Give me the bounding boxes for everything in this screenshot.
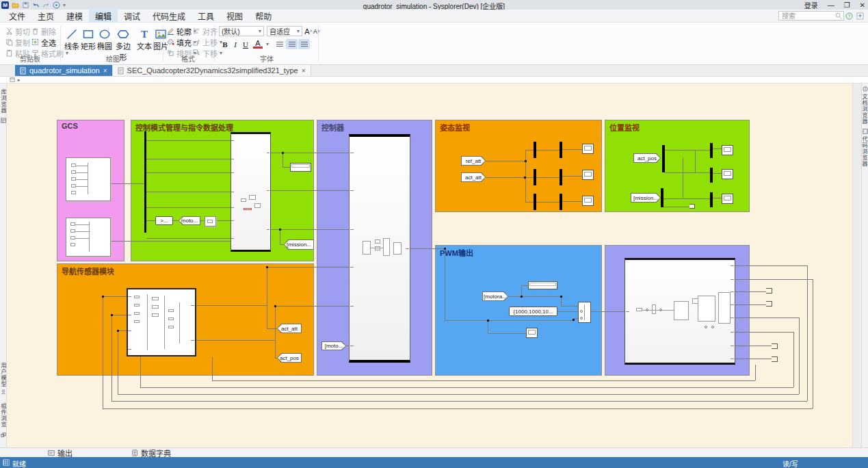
font-size-select[interactable]: 自适应▾ xyxy=(267,26,302,36)
sidebar-tab-document-browser[interactable]: 文档浏览器 xyxy=(861,93,868,125)
tab-data-dictionary[interactable]: 数据字典 xyxy=(131,448,171,458)
from-tag-act-pos[interactable]: act_pos xyxy=(633,153,661,163)
goto-tag-moto[interactable]: moto... xyxy=(179,216,200,225)
move-up-button[interactable]: 上移▾ xyxy=(193,38,222,47)
from-tag-moto[interactable]: [moto... xyxy=(321,341,346,350)
draw-rect-button[interactable]: 矩形 xyxy=(79,28,97,51)
from-tag-mission[interactable]: [mission... xyxy=(631,193,661,203)
help-icon[interactable]: ? xyxy=(845,12,853,20)
draw-ellipse-button[interactable]: 椭圆 xyxy=(96,28,114,51)
port-mark xyxy=(350,190,354,191)
minimize-button[interactable]: — xyxy=(828,1,834,9)
left-panel-strip: 库浏览器 用户模型 组件浏览器 xyxy=(0,83,7,447)
draw-line-button[interactable]: 线条 xyxy=(63,28,81,51)
menu-debug[interactable]: 调试 xyxy=(118,9,146,23)
sketch-mark xyxy=(254,203,261,208)
sketch-mark xyxy=(698,296,715,322)
sidebar-tab-component-browser[interactable]: 组件浏览器 xyxy=(0,400,7,430)
wire xyxy=(735,279,813,280)
scope-block[interactable] xyxy=(582,196,594,206)
sketch-mark xyxy=(375,239,380,244)
close-button[interactable]: ✕ xyxy=(860,1,865,9)
font-family-select[interactable]: (默认)▾ xyxy=(219,26,264,36)
scope-block[interactable] xyxy=(582,170,594,180)
menu-help[interactable]: 帮助 xyxy=(249,9,278,23)
italic-button[interactable]: I xyxy=(231,39,240,49)
search-input[interactable] xyxy=(778,11,844,21)
model-root-icon[interactable] xyxy=(10,77,15,82)
tab-close-icon[interactable]: × xyxy=(103,67,107,75)
scope-block[interactable] xyxy=(722,145,733,155)
align-button[interactable]: 对齐▾ xyxy=(193,27,222,36)
fill-button[interactable]: 填充▾ xyxy=(167,38,196,47)
scope-block[interactable] xyxy=(526,328,538,338)
sidebar-tab-library-browser[interactable]: 库浏览器 xyxy=(0,88,7,115)
tab-quadrotor-simulation[interactable]: quadrotor_simulation× xyxy=(15,65,113,76)
layout-grid-icon[interactable] xyxy=(3,459,10,466)
diagram-canvas[interactable]: 库浏览器 用户模型 组件浏览器 文档浏览器 代码浏览器 GCS 控制模式管理与指… xyxy=(0,83,868,447)
component-browser-icon[interactable] xyxy=(1,432,6,438)
ribbon-collapse-icon[interactable] xyxy=(856,12,864,20)
from-tag-ref-att[interactable]: ref_att xyxy=(461,156,486,166)
from-tag-act-att[interactable]: act_att xyxy=(461,172,486,182)
status-readwrite: 读/写 xyxy=(782,458,798,468)
code-browser-icon[interactable] xyxy=(863,129,868,134)
cut-button[interactable]: 剪切 xyxy=(5,27,30,36)
outline-button[interactable]: 轮廓▾ xyxy=(167,27,196,36)
sketch-mark xyxy=(71,170,76,174)
from-tag-motora[interactable]: [motora... xyxy=(482,291,508,301)
goto-tag-act-pos[interactable]: act_pos xyxy=(277,353,302,363)
region-attitude-monitor[interactable]: 姿态监视 xyxy=(435,120,602,212)
goto-tag-act-att[interactable]: act_att xyxy=(277,324,302,333)
login-button[interactable]: 登录 xyxy=(804,0,818,10)
display-block[interactable] xyxy=(528,281,557,289)
scope-block[interactable] xyxy=(582,144,594,154)
scope-block[interactable] xyxy=(722,194,733,204)
user-models-icon[interactable] xyxy=(1,389,6,395)
align-left-button[interactable] xyxy=(274,39,285,49)
relational-block[interactable]: >... xyxy=(155,216,173,225)
underline-button[interactable]: U xyxy=(241,39,250,49)
align-center-button[interactable] xyxy=(286,39,298,49)
wire xyxy=(212,357,213,380)
region-label: 控制器 xyxy=(321,122,344,133)
delete-button[interactable]: 删除 xyxy=(31,27,56,36)
menu-home[interactable]: 主页 xyxy=(31,9,60,23)
menu-tools[interactable]: 工具 xyxy=(192,9,220,23)
menu-file[interactable]: 文件 xyxy=(3,9,31,23)
select-all-button[interactable]: 全选 xyxy=(31,38,56,47)
port-mark xyxy=(231,220,234,221)
display-block[interactable] xyxy=(290,163,311,172)
goto-tag-mission[interactable]: [mission... xyxy=(284,239,314,250)
constant-block[interactable]: {1000,1000,10... xyxy=(509,307,557,316)
tab-output[interactable]: 输出 xyxy=(48,448,73,458)
font-color-button[interactable]: A xyxy=(253,39,263,49)
mode-manager-block[interactable] xyxy=(231,132,271,252)
menu-view[interactable]: 视图 xyxy=(220,9,249,23)
ribbon: 剪切 删除 复制 全选 粘贴 格式刷▾ 剪贴板 线条 矩形 椭圆 多边形 T文本… xyxy=(0,23,868,65)
terminator-block[interactable] xyxy=(772,356,778,362)
scope-block[interactable] xyxy=(722,169,733,179)
menu-modeling[interactable]: 建模 xyxy=(60,9,89,23)
tab-sec-quadcopter-type[interactable]: SEC_Quadcopter32Dynamics32simplified321_… xyxy=(113,65,311,76)
font-shrink-button[interactable]: A˅ xyxy=(312,26,321,36)
terminator-block[interactable] xyxy=(766,301,772,307)
sidebar-tab-code-browser[interactable]: 代码浏览器 xyxy=(861,135,868,167)
draw-text-button[interactable]: T文本 xyxy=(135,28,153,51)
terminator-block[interactable] xyxy=(766,288,772,294)
library-browser-icon[interactable] xyxy=(1,118,6,123)
sidebar-tab-user-models[interactable]: 用户模型 xyxy=(0,363,7,387)
sketch-mark xyxy=(393,242,402,255)
menu-codegen[interactable]: 代码生成 xyxy=(146,9,192,23)
font-color-caret[interactable]: ▾ xyxy=(263,39,272,49)
wire-junction xyxy=(279,229,281,231)
copy-button[interactable]: 复制 xyxy=(5,38,30,47)
align-right-button[interactable] xyxy=(298,39,310,49)
terminator-block[interactable] xyxy=(689,204,695,209)
menu-edit[interactable]: 编辑 xyxy=(89,9,118,23)
tab-close-icon[interactable]: × xyxy=(302,67,306,75)
restore-button[interactable]: ❐ xyxy=(844,1,850,9)
terminator-block[interactable] xyxy=(772,343,778,349)
bold-button[interactable]: B xyxy=(220,39,230,49)
wire xyxy=(521,285,522,296)
